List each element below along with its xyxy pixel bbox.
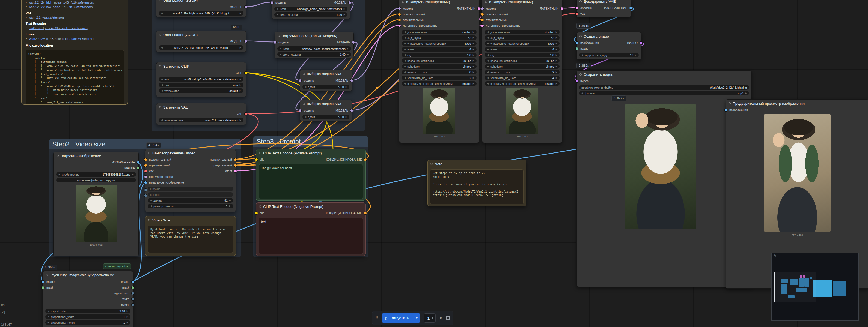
port-model-out[interactable] [350,79,353,82]
preview-image[interactable] [764,114,831,232]
widget-shift[interactable]: сдвиг5.00 [303,85,349,89]
collapse-toggle[interactable] [580,35,582,37]
collapse-toggle[interactable] [57,155,59,157]
port-latent-in[interactable] [481,25,484,27]
port-negative-out[interactable] [234,164,237,167]
port-model-in[interactable] [271,1,273,4]
port-height-out[interactable] [131,303,134,306]
node-title[interactable]: Загрузчик LoRA (Только модель) [275,32,353,39]
collapse-toggle[interactable] [485,1,487,3]
pencil-icon[interactable] [774,254,777,258]
node-wan-image-to-video[interactable]: ВанИзображениеВВидео положительныйположи… [145,149,236,212]
port-clip-out[interactable] [245,72,247,74]
saved-video-preview[interactable] [625,104,696,229]
port-images-in[interactable] [725,109,727,111]
node-title[interactable]: Декодировать VAE [577,0,631,5]
node-model-sampling-sd3-a[interactable]: Выборка модели SD3 модельМОДЕЛЬ сдвиг5.0… [300,70,352,91]
widget-sampler-name[interactable]: название_сэмплераuni_pc [485,58,560,63]
port-negative-in[interactable] [481,19,484,21]
node-title[interactable]: Unet Loader (GGUF) [156,31,246,38]
port-model-out[interactable] [348,1,351,4]
widget-end-at-step[interactable]: закончить_на_шаге4 [485,75,560,80]
stepper-arrows-icon[interactable] [432,317,433,319]
port-start-image-in[interactable] [145,182,147,184]
minimap[interactable] [771,253,859,321]
run-options-chevron-icon[interactable] [413,313,420,323]
node-title[interactable]: Загрузить CLIP [156,62,246,70]
widget-start-at-step[interactable]: начать_с_шага2 [485,70,560,74]
widget-vae-name[interactable]: название_vaewan_2.1_vae.safetensors [159,118,244,123]
collapse-toggle[interactable] [303,73,305,75]
widget-length[interactable]: длина81 [148,198,233,203]
prompt-textarea[interactable]: The girl wave her hand [259,164,363,199]
widget-return-leftover-noise[interactable]: вернуться_с_оставшимся_шумомdisable [485,81,560,86]
node-title[interactable]: Создать видео [577,32,641,40]
port-vae-in[interactable] [145,170,147,172]
choose-file-button[interactable]: выберите файл для загрузки [56,178,136,183]
port-mask-out[interactable] [131,286,134,289]
widget-width-converted[interactable]: ширина [146,187,236,191]
port-image-in[interactable] [42,281,44,283]
port-model-in[interactable] [398,7,401,10]
group-step2-header[interactable]: Step2 - Video size [49,139,241,150]
port-clip-vision-in[interactable] [145,176,147,178]
port-latent-in[interactable] [398,25,401,27]
collapse-toggle[interactable] [402,1,404,3]
widget-control-after-generate[interactable]: управление после генерацииfixed [402,41,476,46]
collapse-toggle[interactable] [580,0,582,2]
node-title[interactable]: ВанИзображениеВВидео [146,149,236,157]
widget-add-noise[interactable]: добавить_шумdisable [485,30,560,34]
link-lora[interactable]: Wan2.2-I2V-A14B-4steps-lora-rank64-Seko-… [29,37,94,40]
widget-end-at-step[interactable]: закончить_на_шаге2 [402,75,476,80]
node-title[interactable]: KSampler (Расширенный) [482,0,562,6]
widget-height-converted[interactable]: высота [146,192,236,197]
port-video-in[interactable] [576,80,578,83]
node-title[interactable]: Unet Loader (GGUF) [156,0,246,4]
collapse-toggle[interactable] [728,102,731,104]
widget-scheduler[interactable]: schedulersimple [485,64,560,69]
collapse-toggle[interactable] [259,152,261,154]
port-model-out[interactable] [350,109,353,112]
widget-clip-name[interactable]: наз.umt5_xxl_fp8_e4m3fn_scaled.safetenso… [159,77,244,81]
widget-unet-name[interactable]: wan2.2_i2v_high_noise_14B_Q4_K_M.gguf [159,11,244,15]
port-mask-in[interactable] [42,286,44,289]
widget-lora-name[interactable]: назв.wan/low_noise_model.safetensors [277,46,351,51]
node-title[interactable]: KSampler (Расширенный) [399,0,479,6]
port-width-in[interactable] [145,189,147,191]
collapse-toggle[interactable] [159,65,161,67]
note-model-links[interactable]: wan2.2_i2v_high_noise_14B_fp16.safetenso… [21,0,128,105]
minimap-viewport[interactable] [774,272,816,302]
collapse-toggle[interactable] [278,35,280,37]
loaded-image-preview[interactable] [75,185,117,242]
link-vae[interactable]: wan_2.1_vae.safetensors [29,16,64,19]
port-image-out[interactable] [131,281,134,283]
port-model-in[interactable] [274,41,276,44]
node-title[interactable]: CLIP Text Encode (Positive Prompt) [256,149,366,157]
node-model-sampling-sd3-b[interactable]: Выборка модели SD3 модельМОДЕЛЬ сдвиг5.0… [300,100,352,121]
node-create-video[interactable]: Создать видео изображенияВИДЕО аудио кад… [577,32,642,60]
node-note-tips[interactable]: Note Set steps to 4, split step to 2. Sh… [428,160,526,206]
port-images-in[interactable] [576,42,578,44]
port-model-out[interactable] [245,40,247,42]
widget-strength-model[interactable]: сила_модели1.00 [277,52,351,57]
port-image-out[interactable] [629,7,632,9]
node-vae-decode[interactable]: Декодировать VAE образцыИЗОБРАЖЕНИЕ vae [577,0,631,18]
widget-device[interactable]: устройствоdefault [159,88,244,93]
node-layer-utility-scale[interactable]: LayerUtility: ImageScaleByAspectRatio V2… [42,271,133,327]
node-title[interactable]: LayerUtility: ImageScaleByAspectRatio V2 [43,271,133,279]
port-positive-out[interactable] [234,159,237,161]
widget-shift[interactable]: сдвиг5.00 [303,115,349,119]
port-original-size-out[interactable] [131,292,134,295]
node-title[interactable]: Загрузить VAE [156,103,246,111]
widget-scheduler[interactable]: schedulersimple [402,64,476,69]
widget-proportional-height[interactable]: proportional_height1 [45,320,130,325]
port-audio-in[interactable] [576,47,578,50]
port-latent-out[interactable] [478,7,480,10]
collapse-toggle[interactable] [45,274,48,276]
node-title[interactable]: CLIP Text Encode (Negative Prompt) [256,203,366,210]
link-low-noise-model[interactable]: wan2.2_i2v_low_noise_14B_fp16.safetensor… [29,5,93,8]
port-latent-out[interactable] [234,170,237,172]
node-ksampler-advanced-1[interactable]: KSampler (Расширенный) модельЛАТЕНТНЫЙ п… [399,0,479,143]
port-vae-out[interactable] [245,112,247,115]
collapse-toggle[interactable] [580,73,582,75]
